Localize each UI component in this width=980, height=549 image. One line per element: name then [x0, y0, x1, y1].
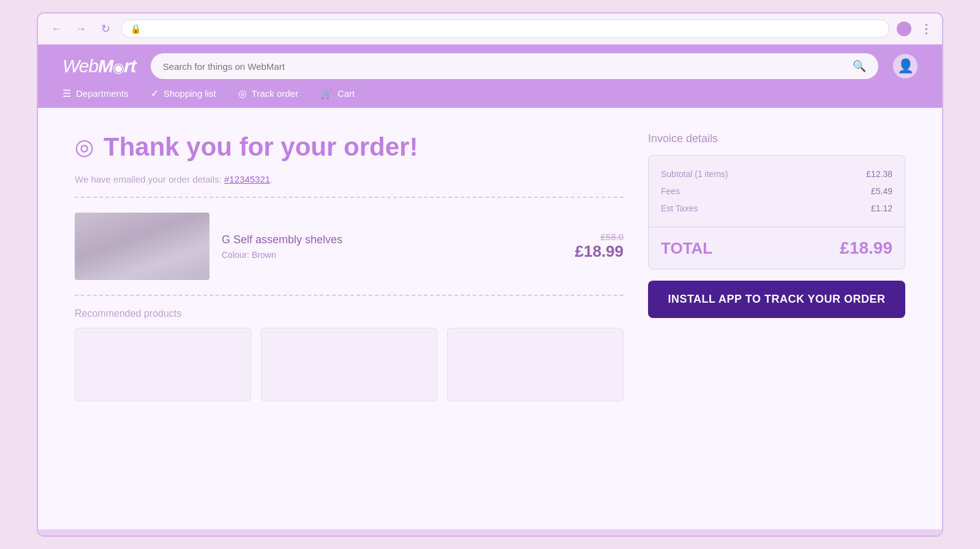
invoice-fees-row: Fees £5.49 — [661, 183, 892, 200]
recommended-card-1 — [75, 328, 251, 401]
nav-cart[interactable]: 🛒 Cart — [320, 88, 355, 99]
shopping-list-label: Shopping list — [164, 88, 216, 99]
invoice-subtotal-row: Subtotal (1 items) £12.38 — [661, 165, 892, 183]
shopping-list-icon: ✓ — [151, 88, 159, 99]
email-note-suffix: . — [270, 174, 273, 184]
new-price: £18.99 — [575, 242, 624, 260]
nav-departments[interactable]: ☰ Departments — [62, 88, 129, 99]
browser-menu-icons: ⋮ — [897, 21, 932, 36]
browser-menu-dots[interactable]: ⋮ — [920, 21, 932, 36]
bottom-bar — [38, 529, 942, 536]
order-item: G Self assembly shelves Colour: Brown £5… — [75, 205, 624, 287]
taxes-value: £1.12 — [871, 203, 892, 213]
profile-circle-icon — [897, 21, 911, 36]
target-icon: ◎ — [75, 134, 94, 160]
product-color: Colour: Brown — [222, 250, 562, 260]
cart-label: Cart — [337, 88, 355, 99]
main-content: ◎ Thank you for your order! We have emai… — [38, 108, 942, 529]
departments-icon: ☰ — [62, 88, 71, 99]
left-section: ◎ Thank you for your order! We have emai… — [75, 132, 624, 505]
price-section: £58.0 £18.99 — [575, 232, 624, 261]
invoice-title: Invoice details — [648, 132, 905, 145]
track-order-label: Track order — [252, 88, 298, 99]
invoice-total-row: TOTAL £18.99 — [649, 227, 905, 269]
app-header: WebM◉rt 🔍 👤 — [38, 45, 942, 88]
refresh-button[interactable]: ↻ — [97, 20, 114, 37]
subtotal-label: Subtotal (1 items) — [661, 169, 728, 179]
forward-button[interactable]: → — [72, 20, 89, 37]
install-app-button[interactable]: INSTALL APP TO TRACK YOUR ORDER — [648, 281, 905, 318]
email-note: We have emailed your order details: #123… — [75, 174, 624, 184]
recommended-grid — [75, 328, 624, 401]
nav-shopping-list[interactable]: ✓ Shopping list — [151, 88, 216, 99]
divider-bottom — [75, 295, 624, 296]
product-image — [75, 213, 209, 280]
logo-rt: rt — [124, 56, 136, 76]
recommended-title: Recommended products — [75, 308, 624, 319]
track-order-icon: ◎ — [238, 88, 247, 99]
taxes-label: Est Taxes — [661, 203, 698, 213]
user-avatar[interactable]: 👤 — [893, 54, 918, 78]
fees-label: Fees — [661, 186, 680, 196]
logo: WebM◉rt — [62, 56, 136, 77]
search-input[interactable] — [163, 61, 853, 72]
product-details: G Self assembly shelves Colour: Brown — [222, 233, 562, 260]
total-label: TOTAL — [661, 239, 712, 258]
departments-label: Departments — [76, 88, 129, 99]
logo-italic: Web — [62, 56, 98, 76]
right-section: Invoice details Subtotal (1 items) £12.3… — [648, 132, 905, 505]
nav-track-order[interactable]: ◎ Track order — [238, 88, 298, 99]
lock-icon: 🔒 — [130, 24, 141, 34]
browser-chrome: ← → ↻ 🔒 ⋮ — [38, 13, 942, 45]
search-bar-container[interactable]: 🔍 — [151, 53, 878, 79]
nav-bar: ☰ Departments ✓ Shopping list ◎ Track or… — [38, 88, 942, 108]
thank-you-heading: ◎ Thank you for your order! — [75, 132, 624, 162]
recommended-card-2 — [261, 328, 437, 401]
back-button[interactable]: ← — [48, 20, 65, 37]
old-price: £58.0 — [575, 232, 624, 242]
user-icon: 👤 — [897, 58, 914, 74]
fees-value: £5.49 — [871, 186, 892, 196]
order-link[interactable]: #12345321 — [224, 174, 270, 184]
invoice-taxes-row: Est Taxes £1.12 — [661, 200, 892, 217]
browser-frame: ← → ↻ 🔒 ⋮ WebM◉rt 🔍 👤 ☰ Departments ✓ Sh… — [37, 12, 943, 537]
divider-top — [75, 197, 624, 198]
thank-you-title: Thank you for your order! — [104, 132, 418, 162]
product-name: G Self assembly shelves — [222, 233, 562, 246]
product-image-content — [75, 213, 209, 280]
invoice-box: Subtotal (1 items) £12.38 Fees £5.49 Est… — [648, 155, 905, 270]
cart-icon: 🛒 — [320, 88, 333, 99]
invoice-rows: Subtotal (1 items) £12.38 Fees £5.49 Est… — [649, 156, 905, 227]
address-bar[interactable]: 🔒 — [121, 20, 889, 38]
recommended-card-3 — [447, 328, 624, 401]
subtotal-value: £12.38 — [866, 169, 892, 179]
total-value: £18.99 — [840, 238, 892, 258]
search-icon: 🔍 — [853, 59, 866, 73]
email-note-prefix: We have emailed your order details: — [75, 174, 224, 184]
logo-bold: M — [98, 56, 113, 76]
